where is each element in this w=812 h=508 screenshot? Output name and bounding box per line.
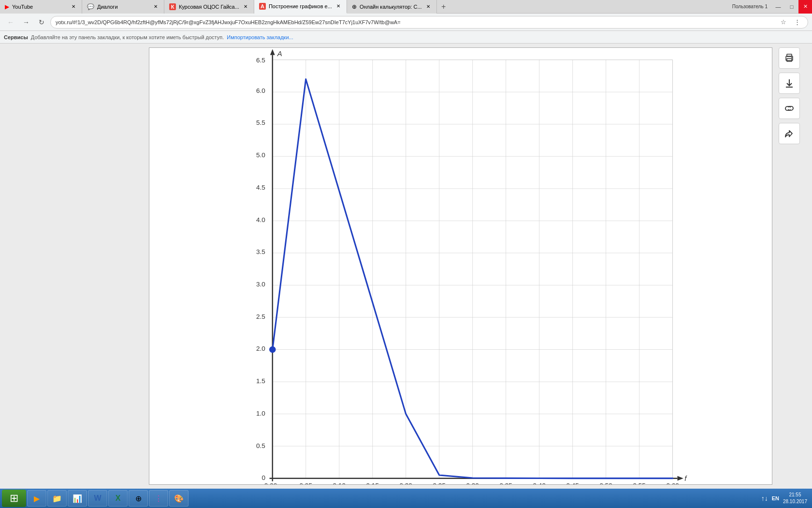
tab-grafiki[interactable]: A Построение графиков е... ✕ xyxy=(254,0,347,14)
svg-marker-29 xyxy=(678,476,683,481)
svg-text:0.15: 0.15 xyxy=(366,482,379,484)
svg-text:0.50: 0.50 xyxy=(599,482,612,484)
svg-point-65 xyxy=(791,57,792,58)
tab-kalkulator-close[interactable]: ✕ xyxy=(425,3,432,10)
svg-text:5.0: 5.0 xyxy=(256,151,265,159)
import-bookmarks-link[interactable]: Импортировать закладки... xyxy=(227,34,293,40)
tab-kalkulator-label: Онлайн калькулятор: С... xyxy=(360,4,422,10)
tab-dialogi[interactable]: 💬 Диалоги ✕ xyxy=(82,0,164,14)
link-button[interactable] xyxy=(779,98,800,119)
titlebar: ▶ YouTube ✕ 💬 Диалоги ✕ К Курсовая ОЦОС … xyxy=(0,0,812,14)
chart-svg: 0.00 0.05 0.10 0.15 0.20 0.25 0.30 0.35 … xyxy=(149,48,772,484)
grafiki-tab-icon: A xyxy=(259,3,266,10)
tab-youtube[interactable]: ▶ YouTube ✕ xyxy=(0,0,82,14)
taskbar-file-manager[interactable]: 📁 xyxy=(47,490,67,507)
svg-text:2.5: 2.5 xyxy=(256,313,265,320)
bookmarks-bar: Сервисы Добавляйте на эту панель закладк… xyxy=(0,31,812,44)
svg-text:0.60: 0.60 xyxy=(666,482,679,484)
close-button[interactable]: ✕ xyxy=(798,0,812,14)
svg-text:0.05: 0.05 xyxy=(300,482,312,484)
share-button[interactable] xyxy=(779,123,800,144)
print-icon xyxy=(784,53,795,63)
address-text: yotx.ru/#!1/3_wv2D/QPG6b4RQ/hf2zftH@yfMs… xyxy=(56,19,776,25)
svg-text:0.5: 0.5 xyxy=(256,442,265,449)
user-label: Пользователь 1 xyxy=(728,4,771,9)
taskbar-media-player[interactable]: ▶ xyxy=(27,490,46,507)
bookmarks-text: Добавляйте на эту панель закладки, к кот… xyxy=(31,34,224,40)
tray-language[interactable]: EN xyxy=(772,495,779,501)
svg-text:f: f xyxy=(684,475,687,482)
taskbar-word[interactable]: W xyxy=(88,490,107,507)
kursovaya-tab-icon: К xyxy=(169,3,176,10)
svg-text:2.0: 2.0 xyxy=(256,345,265,352)
right-panel xyxy=(772,44,806,489)
svg-text:6.5: 6.5 xyxy=(256,57,265,64)
tray-network-icon: ↑↓ xyxy=(761,494,768,502)
address-bar[interactable]: yotx.ru/#!1/3_wv2D/QPG6b4RQ/hf2zftH@yfMs… xyxy=(50,16,808,29)
minimize-button[interactable]: — xyxy=(771,0,785,14)
taskbar-paint[interactable]: 🎨 xyxy=(169,490,188,507)
tab-grafiki-label: Построение графиков е... xyxy=(269,3,332,9)
svg-text:0.00: 0.00 xyxy=(264,482,277,484)
tab-youtube-label: YouTube xyxy=(12,4,33,10)
svg-text:5.5: 5.5 xyxy=(256,119,265,126)
bookmark-icon[interactable]: ☆ xyxy=(778,16,789,28)
tab-dialogi-close[interactable]: ✕ xyxy=(152,3,159,10)
svg-marker-31 xyxy=(270,49,275,55)
left-panel xyxy=(0,44,149,489)
svg-text:0.55: 0.55 xyxy=(633,482,645,484)
chart-container: 0.00 0.05 0.10 0.15 0.20 0.25 0.30 0.35 … xyxy=(149,47,772,485)
tab-kalkulator[interactable]: ⊕ Онлайн калькулятор: С... ✕ xyxy=(347,0,437,14)
tab-kursovaya[interactable]: К Курсовая ОЦОС Гайса... ✕ xyxy=(164,0,254,14)
svg-text:0.10: 0.10 xyxy=(333,482,346,484)
download-icon xyxy=(784,78,795,89)
taskbar-excel[interactable]: X xyxy=(108,490,128,507)
back-button[interactable]: ← xyxy=(4,15,17,29)
tray-time-value: 21:55 xyxy=(783,492,807,498)
dialogi-tab-icon: 💬 xyxy=(87,3,94,10)
svg-text:4.0: 4.0 xyxy=(256,216,265,224)
youtube-tab-icon: ▶ xyxy=(5,3,9,10)
svg-text:0.30: 0.30 xyxy=(466,482,479,484)
taskbar-tray: ↑↓ EN 21:55 28.10.2017 xyxy=(758,492,810,505)
forward-button[interactable]: → xyxy=(19,15,33,29)
svg-text:0.20: 0.20 xyxy=(399,482,412,484)
tab-youtube-close[interactable]: ✕ xyxy=(70,3,77,10)
taskbar-code-editor[interactable]: ⋮ xyxy=(149,490,168,507)
svg-point-61 xyxy=(270,346,276,352)
start-button[interactable]: ⊞ xyxy=(2,490,26,507)
tab-kursovaya-close[interactable]: ✕ xyxy=(242,3,249,10)
main-content: 0.00 0.05 0.10 0.15 0.20 0.25 0.30 0.35 … xyxy=(0,44,812,489)
svg-text:1.0: 1.0 xyxy=(256,410,265,417)
taskbar-presentation[interactable]: 📊 xyxy=(68,490,87,507)
kalkulator-tab-icon: ⊕ xyxy=(352,3,357,10)
link-icon xyxy=(784,103,795,114)
svg-rect-63 xyxy=(787,54,792,57)
svg-text:1.5: 1.5 xyxy=(256,377,265,385)
svg-text:0.45: 0.45 xyxy=(566,482,579,484)
svg-rect-64 xyxy=(787,59,792,61)
settings-icon[interactable]: ⋮ xyxy=(791,16,803,28)
print-button[interactable] xyxy=(779,47,800,69)
tray-clock: 21:55 28.10.2017 xyxy=(783,492,807,505)
tab-dialogi-label: Диалоги xyxy=(97,4,118,10)
tab-grafiki-close[interactable]: ✕ xyxy=(335,3,342,10)
svg-text:0.35: 0.35 xyxy=(499,482,512,484)
svg-text:3.0: 3.0 xyxy=(256,281,265,288)
maximize-button[interactable]: □ xyxy=(785,0,798,14)
refresh-button[interactable]: ↻ xyxy=(35,15,48,29)
scrollbar-area[interactable] xyxy=(806,44,812,489)
taskbar-chrome[interactable]: ⊕ xyxy=(129,490,148,507)
download-button[interactable] xyxy=(779,73,800,94)
svg-text:0.25: 0.25 xyxy=(433,482,446,484)
new-tab-button[interactable]: + xyxy=(437,0,450,14)
svg-text:3.5: 3.5 xyxy=(256,248,265,255)
svg-text:6.0: 6.0 xyxy=(256,87,265,94)
svg-text:0: 0 xyxy=(261,474,265,481)
window-controls: Пользователь 1 — □ ✕ xyxy=(728,0,812,14)
tab-kursovaya-label: Курсовая ОЦОС Гайса... xyxy=(179,4,239,10)
taskbar: ⊞ ▶ 📁 📊 W X ⊕ ⋮ 🎨 ↑↓ EN 21:55 28.10.2017 xyxy=(0,489,812,508)
svg-text:0.40: 0.40 xyxy=(533,482,546,484)
bookmarks-label: Сервисы xyxy=(4,34,28,40)
tray-date-value: 28.10.2017 xyxy=(783,498,807,505)
